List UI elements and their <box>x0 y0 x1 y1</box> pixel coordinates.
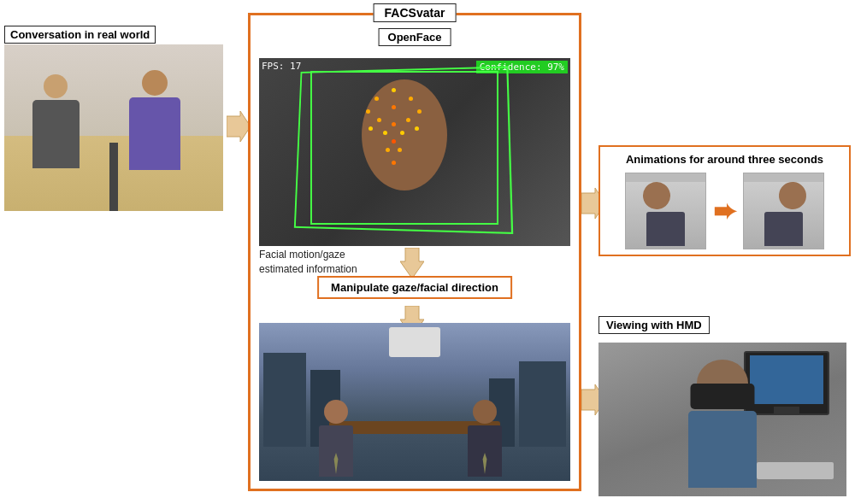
facsvatar-label: FACSvatar <box>374 3 457 22</box>
hmd-label: Viewing with HMD <box>598 316 710 334</box>
svg-marker-0 <box>227 111 251 142</box>
real-world-panel: Conversation in real world <box>4 26 227 214</box>
center-box: FACSvatar OpenFace FPS: 17 Confidence: 9… <box>248 13 581 491</box>
arrow-real-to-center <box>227 111 251 144</box>
facial-motion-text: Facial motion/gazeestimated information <box>259 248 357 277</box>
anim-frame-after <box>743 173 824 249</box>
animations-box: Animations for around three seconds ➨ <box>598 145 851 256</box>
hmd-image <box>598 343 846 496</box>
diagram: Conversation in real world <box>0 0 855 504</box>
anim-arrow: ➨ <box>713 195 736 227</box>
tripod <box>109 143 118 211</box>
vr-char-right <box>468 400 502 477</box>
person-left <box>21 74 90 185</box>
svg-marker-1 <box>400 248 424 278</box>
hmd-person-body <box>688 411 757 488</box>
monitor <box>744 351 829 415</box>
manipulate-box: Manipulate gaze/facial direction <box>317 276 512 299</box>
vr-char-left <box>319 400 353 477</box>
hmd-person-head <box>697 360 748 407</box>
animations-label: Animations for around three seconds <box>605 152 844 167</box>
hmd-box: Viewing with HMD <box>598 316 851 496</box>
keyboard <box>757 462 834 479</box>
animations-frames: ➨ <box>605 173 844 249</box>
real-world-label: Conversation in real world <box>4 26 156 44</box>
real-world-image <box>4 44 223 211</box>
face-silhouette <box>345 79 464 233</box>
openface-video: FPS: 17 Confidence: 97% <box>259 58 570 246</box>
openface-label: OpenFace <box>379 28 451 46</box>
anim-frame-before <box>625 173 706 249</box>
vr-scene <box>259 323 570 481</box>
person-right <box>121 70 189 190</box>
fps-label: FPS: 17 <box>262 61 301 72</box>
